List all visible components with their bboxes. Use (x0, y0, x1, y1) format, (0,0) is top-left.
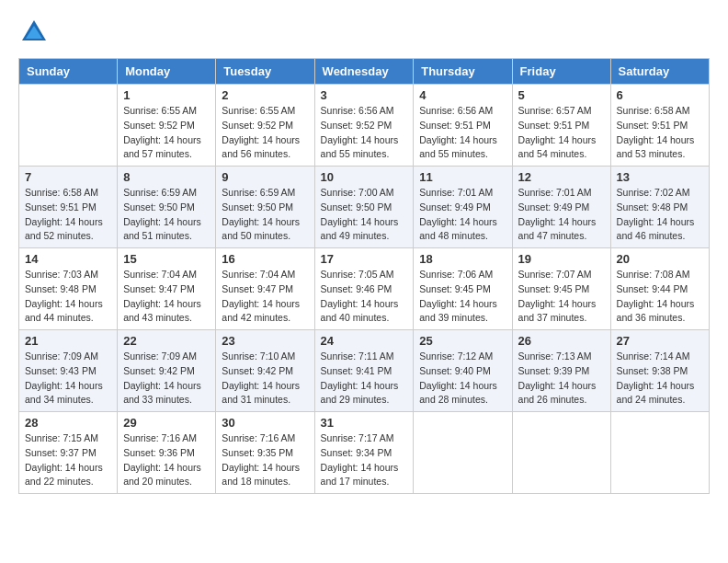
day-info: Sunrise: 7:14 AMSunset: 9:38 PMDaylight:… (617, 350, 703, 408)
calendar-day-cell: 9Sunrise: 6:59 AMSunset: 9:50 PMDaylight… (216, 167, 314, 248)
day-info: Sunrise: 7:08 AMSunset: 9:44 PMDaylight:… (617, 268, 703, 326)
weekday-header: Saturday (610, 59, 709, 85)
calendar-day-cell: 10Sunrise: 7:00 AMSunset: 9:50 PMDayligh… (314, 167, 414, 248)
day-number: 2 (222, 88, 308, 102)
calendar-week-row: 7Sunrise: 6:58 AMSunset: 9:51 PMDaylight… (19, 167, 710, 248)
calendar-day-cell: 20Sunrise: 7:08 AMSunset: 9:44 PMDayligh… (610, 248, 709, 330)
day-info: Sunrise: 7:00 AMSunset: 9:50 PMDaylight:… (321, 186, 408, 244)
calendar-day-cell: 16Sunrise: 7:04 AMSunset: 9:47 PMDayligh… (216, 248, 314, 330)
calendar-day-cell: 12Sunrise: 7:01 AMSunset: 9:49 PMDayligh… (512, 167, 610, 248)
day-info: Sunrise: 7:16 AMSunset: 9:35 PMDaylight:… (222, 431, 308, 489)
day-info: Sunrise: 6:55 AMSunset: 9:52 PMDaylight:… (222, 104, 308, 162)
calendar-day-cell: 11Sunrise: 7:01 AMSunset: 9:49 PMDayligh… (414, 167, 512, 248)
calendar: SundayMondayTuesdayWednesdayThursdayFrid… (18, 58, 710, 494)
day-info: Sunrise: 7:07 AMSunset: 9:45 PMDaylight:… (518, 268, 605, 326)
day-number: 11 (419, 170, 506, 184)
calendar-day-cell: 22Sunrise: 7:09 AMSunset: 9:42 PMDayligh… (118, 330, 216, 412)
calendar-day-cell: 17Sunrise: 7:05 AMSunset: 9:46 PMDayligh… (314, 248, 414, 330)
day-info: Sunrise: 7:16 AMSunset: 9:36 PMDaylight:… (123, 431, 210, 489)
day-info: Sunrise: 6:59 AMSunset: 9:50 PMDaylight:… (123, 186, 210, 244)
calendar-day-cell: 2Sunrise: 6:55 AMSunset: 9:52 PMDaylight… (216, 85, 314, 167)
calendar-day-cell: 28Sunrise: 7:15 AMSunset: 9:37 PMDayligh… (19, 412, 118, 494)
calendar-day-cell: 23Sunrise: 7:10 AMSunset: 9:42 PMDayligh… (216, 330, 314, 412)
day-info: Sunrise: 6:58 AMSunset: 9:51 PMDaylight:… (617, 104, 703, 162)
calendar-day-cell: 27Sunrise: 7:14 AMSunset: 9:38 PMDayligh… (610, 330, 709, 412)
calendar-day-cell: 14Sunrise: 7:03 AMSunset: 9:48 PMDayligh… (19, 248, 118, 330)
day-info: Sunrise: 7:09 AMSunset: 9:43 PMDaylight:… (25, 350, 111, 408)
day-info: Sunrise: 7:17 AMSunset: 9:34 PMDaylight:… (321, 431, 408, 489)
calendar-day-cell: 13Sunrise: 7:02 AMSunset: 9:48 PMDayligh… (610, 167, 709, 248)
day-info: Sunrise: 6:56 AMSunset: 9:51 PMDaylight:… (419, 104, 506, 162)
calendar-day-cell: 26Sunrise: 7:13 AMSunset: 9:39 PMDayligh… (512, 330, 610, 412)
day-info: Sunrise: 6:57 AMSunset: 9:51 PMDaylight:… (518, 104, 605, 162)
logo-icon (20, 18, 48, 46)
day-number: 7 (25, 170, 111, 184)
weekday-header: Tuesday (216, 59, 314, 85)
day-info: Sunrise: 6:56 AMSunset: 9:52 PMDaylight:… (321, 104, 408, 162)
calendar-day-cell (610, 412, 709, 494)
day-number: 18 (419, 252, 506, 266)
calendar-day-cell: 30Sunrise: 7:16 AMSunset: 9:35 PMDayligh… (216, 412, 314, 494)
day-info: Sunrise: 6:55 AMSunset: 9:52 PMDaylight:… (123, 104, 210, 162)
calendar-day-cell: 1Sunrise: 6:55 AMSunset: 9:52 PMDaylight… (118, 85, 216, 167)
day-number: 8 (123, 170, 210, 184)
calendar-week-row: 28Sunrise: 7:15 AMSunset: 9:37 PMDayligh… (19, 412, 710, 494)
calendar-week-row: 21Sunrise: 7:09 AMSunset: 9:43 PMDayligh… (19, 330, 710, 412)
calendar-day-cell: 4Sunrise: 6:56 AMSunset: 9:51 PMDaylight… (414, 85, 512, 167)
day-number: 26 (518, 334, 605, 348)
day-number: 13 (617, 170, 703, 184)
day-number: 3 (321, 88, 408, 102)
day-number: 24 (321, 334, 408, 348)
day-info: Sunrise: 7:02 AMSunset: 9:48 PMDaylight:… (617, 186, 703, 244)
day-info: Sunrise: 7:09 AMSunset: 9:42 PMDaylight:… (123, 350, 210, 408)
calendar-day-cell: 29Sunrise: 7:16 AMSunset: 9:36 PMDayligh… (118, 412, 216, 494)
day-info: Sunrise: 7:04 AMSunset: 9:47 PMDaylight:… (123, 268, 210, 326)
logo (18, 18, 48, 51)
day-number: 29 (123, 416, 210, 430)
weekday-header: Monday (118, 59, 216, 85)
day-info: Sunrise: 6:58 AMSunset: 9:51 PMDaylight:… (25, 186, 111, 244)
day-number: 22 (123, 334, 210, 348)
day-info: Sunrise: 7:12 AMSunset: 9:40 PMDaylight:… (419, 350, 506, 408)
day-number: 19 (518, 252, 605, 266)
calendar-day-cell (19, 85, 118, 167)
day-info: Sunrise: 7:03 AMSunset: 9:48 PMDaylight:… (25, 268, 111, 326)
calendar-day-cell: 7Sunrise: 6:58 AMSunset: 9:51 PMDaylight… (19, 167, 118, 248)
day-number: 31 (321, 416, 408, 430)
calendar-day-cell: 21Sunrise: 7:09 AMSunset: 9:43 PMDayligh… (19, 330, 118, 412)
weekday-header: Thursday (414, 59, 512, 85)
day-number: 27 (617, 334, 703, 348)
day-number: 21 (25, 334, 111, 348)
weekday-header: Friday (512, 59, 610, 85)
day-number: 25 (419, 334, 506, 348)
day-number: 30 (222, 416, 308, 430)
weekday-header: Wednesday (314, 59, 414, 85)
calendar-day-cell: 25Sunrise: 7:12 AMSunset: 9:40 PMDayligh… (414, 330, 512, 412)
day-number: 12 (518, 170, 605, 184)
calendar-day-cell (512, 412, 610, 494)
calendar-day-cell: 24Sunrise: 7:11 AMSunset: 9:41 PMDayligh… (314, 330, 414, 412)
calendar-week-row: 14Sunrise: 7:03 AMSunset: 9:48 PMDayligh… (19, 248, 710, 330)
calendar-week-row: 1Sunrise: 6:55 AMSunset: 9:52 PMDaylight… (19, 85, 710, 167)
calendar-day-cell (414, 412, 512, 494)
calendar-day-cell: 5Sunrise: 6:57 AMSunset: 9:51 PMDaylight… (512, 85, 610, 167)
calendar-day-cell: 3Sunrise: 6:56 AMSunset: 9:52 PMDaylight… (314, 85, 414, 167)
calendar-day-cell: 8Sunrise: 6:59 AMSunset: 9:50 PMDaylight… (118, 167, 216, 248)
day-number: 14 (25, 252, 111, 266)
day-info: Sunrise: 7:10 AMSunset: 9:42 PMDaylight:… (222, 350, 308, 408)
calendar-day-cell: 18Sunrise: 7:06 AMSunset: 9:45 PMDayligh… (414, 248, 512, 330)
day-number: 6 (617, 88, 703, 102)
calendar-day-cell: 19Sunrise: 7:07 AMSunset: 9:45 PMDayligh… (512, 248, 610, 330)
day-number: 9 (222, 170, 308, 184)
day-info: Sunrise: 7:13 AMSunset: 9:39 PMDaylight:… (518, 350, 605, 408)
day-number: 10 (321, 170, 408, 184)
day-info: Sunrise: 6:59 AMSunset: 9:50 PMDaylight:… (222, 186, 308, 244)
day-number: 16 (222, 252, 308, 266)
day-number: 28 (25, 416, 111, 430)
calendar-day-cell: 6Sunrise: 6:58 AMSunset: 9:51 PMDaylight… (610, 85, 709, 167)
day-number: 17 (321, 252, 408, 266)
weekday-header: Sunday (19, 59, 118, 85)
calendar-day-cell: 15Sunrise: 7:04 AMSunset: 9:47 PMDayligh… (118, 248, 216, 330)
day-info: Sunrise: 7:06 AMSunset: 9:45 PMDaylight:… (419, 268, 506, 326)
day-info: Sunrise: 7:01 AMSunset: 9:49 PMDaylight:… (419, 186, 506, 244)
